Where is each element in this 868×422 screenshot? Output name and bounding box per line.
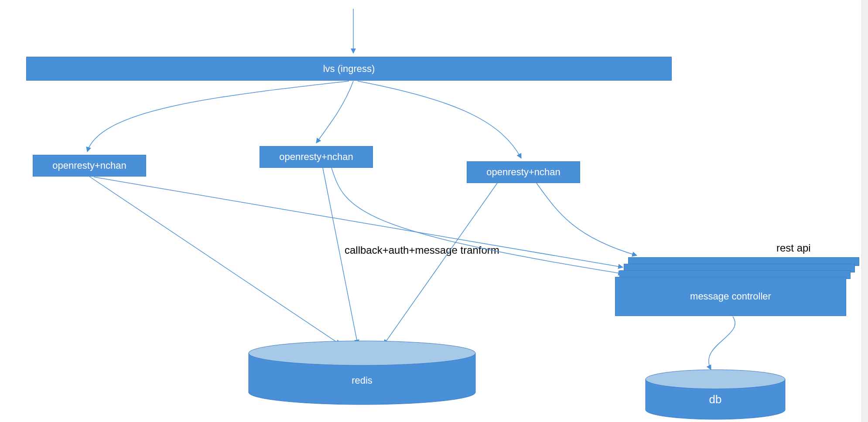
label-callback: callback+auth+message tranform [345,244,499,256]
svg-point-5 [646,400,785,419]
arrow-or3-to-redis [384,183,497,344]
node-ingress-label: lvs (ingress) [323,63,375,75]
arrow-ingress-to-or3 [358,81,521,158]
node-message-controller: message controller [615,277,846,316]
node-openresty-3: openresty+nchan [467,161,580,183]
node-redis-label: redis [352,375,372,386]
node-db-label: db [709,393,722,406]
node-openresty-1-label: openresty+nchan [52,160,126,171]
svg-rect-1 [249,353,475,392]
label-rest-api: rest api [776,242,811,254]
scrollbar[interactable] [861,0,868,422]
arrow-or1-to-redis [89,177,340,344]
node-ingress: lvs (ingress) [26,57,672,81]
arrow-controller-to-db [709,316,735,370]
arrow-ingress-to-or2 [316,81,353,143]
node-openresty-2-label: openresty+nchan [279,151,353,163]
arrow-or3-to-controller [537,183,637,255]
node-openresty-2: openresty+nchan [260,146,373,168]
svg-rect-6 [646,379,785,410]
node-message-controller-label: message controller [690,291,771,302]
node-db: db [646,370,785,419]
svg-point-9 [646,370,785,389]
svg-point-0 [249,380,475,405]
svg-point-4 [249,341,475,365]
arrow-or2-to-controller [331,168,623,274]
node-redis: redis [249,341,475,405]
node-openresty-3-label: openresty+nchan [486,167,560,178]
node-openresty-1: openresty+nchan [33,155,146,177]
arrow-ingress-to-or1 [87,81,349,152]
